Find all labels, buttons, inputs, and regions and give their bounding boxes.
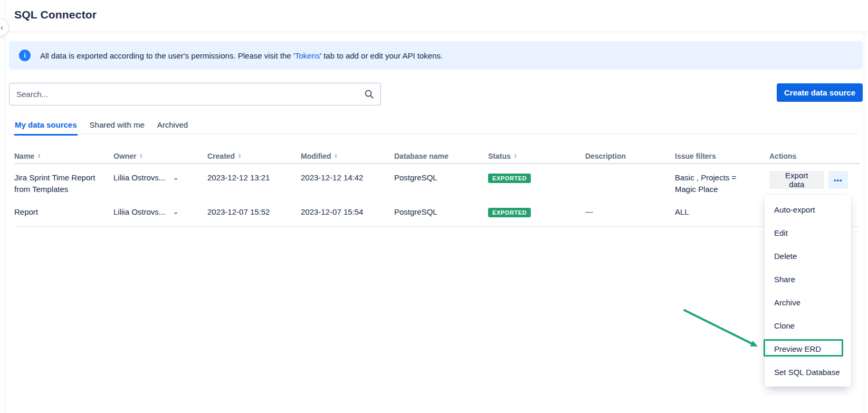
info-icon: i: [19, 50, 31, 61]
menu-item-set-sql-database[interactable]: Set SQL Database: [765, 360, 851, 383]
column-header-status[interactable]: Status▲▼: [488, 152, 585, 160]
banner-text: All data is exported according to the us…: [40, 51, 443, 60]
status-badge: EXPORTED: [488, 174, 531, 183]
cell-issue-filters: Basic , Projects = Magic Place: [675, 172, 769, 195]
create-data-source-button[interactable]: Create data source: [777, 83, 863, 102]
data-sources-table: Name▲▼ Owner▲▼ Created▲▼ Modified▲▼ Data…: [14, 149, 860, 227]
chevron-down-icon[interactable]: ⌄: [173, 172, 179, 183]
owner-name: Liliia Ostrovs...: [113, 172, 165, 184]
column-label: Database name: [394, 152, 449, 160]
column-header-created[interactable]: Created▲▼: [207, 152, 301, 160]
menu-item-archive[interactable]: Archive: [765, 291, 851, 314]
column-label: Issue filters: [675, 152, 716, 160]
banner-text-before: All data is exported according to the us…: [40, 51, 295, 60]
panel-left-border: [4, 0, 5, 413]
cell-database-name: PostgreSQL: [394, 206, 488, 218]
chevron-down-icon[interactable]: ⌄: [173, 206, 179, 217]
menu-item-delete[interactable]: Delete: [765, 244, 851, 267]
sort-icon: ▲▼: [335, 153, 338, 159]
menu-item-edit[interactable]: Edit: [765, 221, 851, 244]
cell-modified: 2023-12-07 15:54: [301, 206, 394, 218]
collapse-sidebar-button[interactable]: ‹: [0, 18, 9, 36]
cell-status: EXPORTED: [488, 172, 585, 184]
owner-name: Liliia Ostrovs...: [113, 206, 165, 218]
column-label: Description: [585, 152, 626, 160]
panel-right-border: [864, 33, 864, 413]
info-banner: i All data is exported according to the …: [9, 41, 863, 70]
menu-item-preview-erd[interactable]: Preview ERD: [765, 337, 851, 360]
column-header-owner[interactable]: Owner▲▼: [113, 152, 207, 160]
cell-issue-filters: ALL: [675, 206, 769, 218]
more-actions-button[interactable]: •••: [828, 171, 848, 189]
cell-owner: Liliia Ostrovs... ⌄: [113, 172, 207, 184]
cell-database-name: PostgreSQL: [394, 172, 488, 184]
menu-item-clone[interactable]: Clone: [765, 314, 851, 337]
cell-name: Report: [14, 206, 113, 218]
sort-icon: ▲▼: [238, 153, 241, 159]
column-label: Status: [488, 152, 511, 160]
search-input[interactable]: [9, 83, 381, 105]
column-header-name[interactable]: Name▲▼: [14, 152, 113, 160]
table-header-row: Name▲▼ Owner▲▼ Created▲▼ Modified▲▼ Data…: [14, 149, 860, 164]
menu-item-share[interactable]: Share: [765, 267, 851, 291]
column-label: Modified: [301, 152, 331, 160]
column-header-description: Description: [585, 152, 675, 160]
status-badge: EXPORTED: [488, 208, 531, 217]
banner-text-after: ' tab to add or edit your API tokens.: [320, 51, 443, 60]
cell-modified: 2023-12-12 14:42: [301, 172, 394, 184]
tabbar: My data sources Shared with me Archived: [14, 120, 188, 136]
table-row: Jira Sprint Time Report from Templates L…: [14, 164, 860, 200]
chevron-left-icon: ‹: [1, 23, 3, 32]
column-label: Created: [207, 152, 235, 160]
sort-icon: ▲▼: [37, 153, 41, 159]
column-header-issue-filters: Issue filters: [675, 152, 769, 160]
search-box: [9, 83, 381, 105]
column-header-modified[interactable]: Modified▲▼: [301, 152, 394, 160]
menu-item-auto-export[interactable]: Auto-export: [765, 198, 851, 221]
actions-context-menu: Auto-export Edit Delete Share Archive Cl…: [765, 195, 851, 387]
cell-owner: Liliia Ostrovs... ⌄: [113, 206, 207, 218]
cell-actions: Export data •••: [769, 171, 860, 189]
column-header-actions: Actions: [769, 152, 860, 160]
column-header-database-name: Database name: [394, 152, 488, 160]
column-label: Actions: [769, 152, 796, 160]
annotation-arrow: [681, 306, 765, 353]
cell-created: 2023-12-12 13:21: [207, 172, 301, 184]
tab-my-data-sources[interactable]: My data sources: [14, 120, 78, 136]
export-data-button[interactable]: Export data: [769, 171, 824, 189]
cell-name: Jira Sprint Time Report from Templates: [14, 172, 113, 195]
cell-status: EXPORTED: [488, 206, 585, 218]
cell-created: 2023-12-07 15:52: [207, 206, 301, 218]
sort-icon: ▲▼: [140, 153, 143, 159]
column-label: Name: [14, 152, 34, 160]
tokens-link[interactable]: Tokens: [295, 51, 320, 60]
sort-icon: ▲▼: [514, 153, 517, 159]
tab-shared-with-me[interactable]: Shared with me: [89, 120, 145, 136]
header-divider: [4, 32, 868, 32]
cell-description: ---: [585, 206, 675, 218]
column-label: Owner: [113, 152, 137, 160]
search-icon[interactable]: [364, 89, 374, 99]
more-icon: •••: [834, 176, 843, 184]
tab-archived[interactable]: Archived: [157, 120, 188, 136]
table-row: Report Liliia Ostrovs... ⌄ 2023-12-07 15…: [14, 200, 860, 227]
page-title: SQL Connector: [14, 8, 97, 21]
